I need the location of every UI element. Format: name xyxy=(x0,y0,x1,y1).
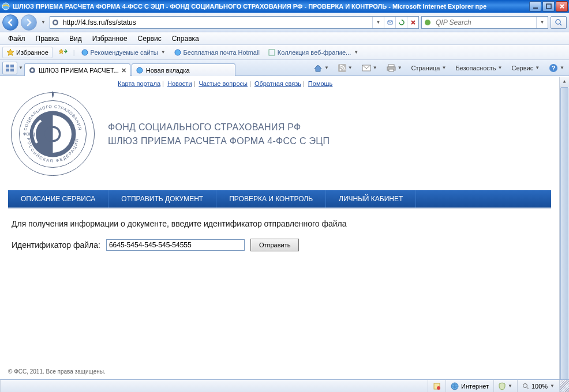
quick-tabs-dropdown[interactable]: ▼ xyxy=(18,65,23,70)
search-go-button[interactable] xyxy=(551,16,567,29)
fav-link-fragments[interactable]: Коллекция веб-фрагме...▼ xyxy=(265,47,361,58)
link-feedback[interactable]: Обратная связь xyxy=(254,80,301,87)
stop-button[interactable] xyxy=(407,17,418,28)
nav-history-dropdown[interactable]: ▼ xyxy=(39,20,47,25)
svg-rect-20 xyxy=(388,65,394,67)
heading-line1: ФОНД СОЦИАЛЬНОГО СТРАХОВАНИЯ РФ xyxy=(108,120,330,134)
menu-favorites[interactable]: Избранное xyxy=(88,33,132,44)
nav-description[interactable]: ОПИСАНИЕ СЕРВИСА xyxy=(8,190,108,208)
svg-rect-22 xyxy=(389,69,394,71)
scroll-thumb[interactable] xyxy=(560,87,568,382)
forward-button[interactable] xyxy=(21,14,37,31)
submit-button[interactable]: Отправить xyxy=(250,239,300,251)
window-title: ШЛЮЗ ПРИЕМА РАСЧЕТА ФОРМА 4-ФСС С ЭЦП - … xyxy=(13,3,529,10)
url-input[interactable] xyxy=(61,17,372,28)
svg-rect-1 xyxy=(533,7,538,9)
menu-edit[interactable]: Правка xyxy=(31,33,64,44)
status-cert-icon[interactable] xyxy=(428,380,446,392)
zoom-icon xyxy=(522,383,529,390)
status-zone: Интернет xyxy=(446,380,493,392)
svg-rect-10 xyxy=(6,65,9,67)
tab-favicon-icon xyxy=(28,66,36,74)
home-button[interactable]: ▼ xyxy=(311,63,331,73)
page-favicon-icon xyxy=(50,18,61,27)
link-help[interactable]: Помощь xyxy=(308,80,333,87)
tab-close-button[interactable]: ✕ xyxy=(121,67,126,74)
page-heading: ФОНД СОЦИАЛЬНОГО СТРАХОВАНИЯ РФ ШЛЮЗ ПРИ… xyxy=(108,120,330,148)
status-message xyxy=(0,380,428,392)
page-viewport: Карта портала| Новости| Частые вопросы| … xyxy=(0,77,559,392)
file-id-input[interactable] xyxy=(106,239,245,251)
svg-point-7 xyxy=(82,50,88,55)
window-titlebar: ШЛЮЗ ПРИЕМА РАСЧЕТА ФОРМА 4-ФСС С ЭЦП - … xyxy=(0,0,569,13)
slice-icon xyxy=(268,48,276,56)
feeds-button[interactable]: ▼ xyxy=(336,63,355,73)
tab-inactive[interactable]: Новая вкладка xyxy=(132,63,235,77)
field-label: Идентификатор файла: xyxy=(12,240,100,250)
menu-view[interactable]: Вид xyxy=(65,33,87,44)
svg-rect-13 xyxy=(10,69,14,71)
quick-tabs-button[interactable] xyxy=(2,62,17,74)
address-bar[interactable]: ▼ xyxy=(50,16,419,29)
compat-view-button[interactable] xyxy=(384,17,395,28)
nav-check[interactable]: ПРОВЕРКА И КОНТРОЛЬ xyxy=(216,190,326,208)
svg-point-6 xyxy=(556,20,560,24)
svg-point-35 xyxy=(523,383,527,387)
mail-button[interactable]: ▼ xyxy=(360,63,380,73)
maximize-button[interactable] xyxy=(542,1,555,12)
qip-icon xyxy=(422,18,433,27)
minimize-button[interactable] xyxy=(529,1,541,12)
tools-menu-button[interactable]: Сервис▼ xyxy=(509,63,542,73)
help-button[interactable]: ?▼ xyxy=(546,62,567,74)
star-icon xyxy=(6,48,14,56)
svg-text:?: ? xyxy=(552,65,556,71)
zoom-control[interactable]: 100%▼ xyxy=(517,380,559,392)
nav-cabinet[interactable]: ЛИЧНЫЙ КАБИНЕТ xyxy=(326,190,416,208)
link-faq[interactable]: Частые вопросы xyxy=(199,80,248,87)
search-input[interactable] xyxy=(433,18,536,27)
navigation-toolbar: ▼ ▼ ▼ xyxy=(0,13,569,32)
back-button[interactable] xyxy=(2,14,18,31)
favorites-button[interactable]: Избранное xyxy=(2,47,53,58)
status-bar: Интернет ▼ 100%▼ xyxy=(0,379,569,392)
close-button[interactable] xyxy=(556,1,568,12)
menu-help[interactable]: Справка xyxy=(167,33,204,44)
vertical-scrollbar[interactable]: ▼ ▼ xyxy=(559,77,569,392)
resize-grip[interactable] xyxy=(559,380,569,392)
ie-icon xyxy=(81,48,89,56)
fav-link-hotmail[interactable]: Бесплатная почта Hotmail xyxy=(171,47,262,58)
svg-point-5 xyxy=(425,20,431,25)
ie-icon xyxy=(174,48,182,56)
fss-logo-icon: СОЦИАЛЬНОГО СТРАХОВАНИЯ РОССИЙСКАЯ ФЕДЕР… xyxy=(8,89,98,179)
link-news[interactable]: Новости xyxy=(167,80,192,87)
tab-active[interactable]: ШЛЮЗ ПРИЕМА РАСЧЕТ... ✕ xyxy=(24,63,130,77)
svg-rect-11 xyxy=(10,65,14,67)
portal-top-links: Карта портала| Новости| Частые вопросы| … xyxy=(8,77,551,87)
svg-point-15 xyxy=(31,69,33,71)
tab-title: Новая вкладка xyxy=(146,67,231,74)
refresh-button[interactable] xyxy=(395,17,407,28)
tab-title: ШЛЮЗ ПРИЕМА РАСЧЕТ... xyxy=(39,67,119,74)
menu-bar: Файл Правка Вид Избранное Сервис Справка xyxy=(0,32,569,45)
search-dropdown[interactable]: ▼ xyxy=(536,17,548,28)
scroll-up-button[interactable]: ▼ xyxy=(560,77,569,86)
menu-file[interactable]: Файл xyxy=(3,33,30,44)
page-menu-button[interactable]: Страница▼ xyxy=(409,63,449,73)
add-to-favbar-button[interactable] xyxy=(56,46,70,59)
address-dropdown[interactable]: ▼ xyxy=(372,17,384,28)
ie-icon xyxy=(136,66,144,74)
link-sitemap[interactable]: Карта портала xyxy=(118,80,160,87)
fav-link-recommended[interactable]: Рекомендуемые сайты▼ xyxy=(78,47,168,58)
ie-logo-icon xyxy=(1,2,10,11)
nav-send[interactable]: ОТПРАВИТЬ ДОКУМЕНТ xyxy=(108,190,216,208)
print-button[interactable]: ▼ xyxy=(384,63,405,73)
favorites-bar: Избранное | Рекомендуемые сайты▼ Бесплат… xyxy=(0,45,569,60)
file-id-form: Идентификатор файла: Отправить xyxy=(12,239,548,251)
heading-line2: ШЛЮЗ ПРИЕМА РАСЧЕТА ФОРМА 4-ФСС С ЭЦП xyxy=(108,134,330,148)
svg-rect-2 xyxy=(546,4,551,9)
security-menu-button[interactable]: Безопасность▼ xyxy=(453,63,504,73)
svg-point-4 xyxy=(54,21,57,24)
protected-mode-icon[interactable]: ▼ xyxy=(493,380,517,392)
search-bar[interactable]: ▼ xyxy=(421,16,548,29)
menu-tools[interactable]: Сервис xyxy=(133,33,166,44)
